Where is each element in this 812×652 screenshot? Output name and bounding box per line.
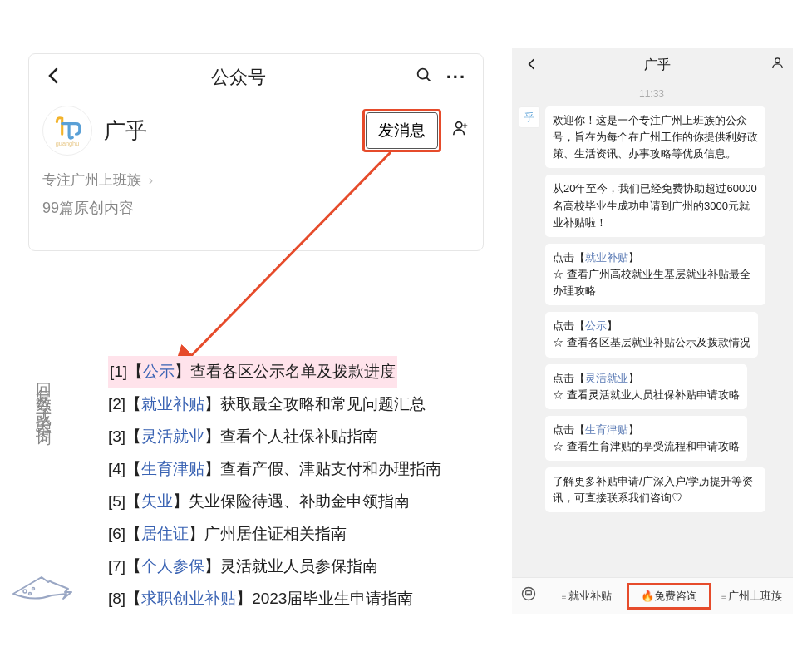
chat-message: 乎 欢迎你！这是一个专注广州上班族的公众号，旨在为每个在广州工作的你提供利好政策…	[519, 106, 785, 168]
chat-bubble: 点击【生育津贴】☆ 查看生育津贴的享受流程和申请攻略	[545, 416, 747, 461]
chat-bottom-menu: ≡就业补贴🔥免费咨询≡广州上班族	[512, 577, 793, 614]
chat-note: ☆ 查看广州高校就业生基层就业补贴最全办理攻略	[553, 268, 750, 297]
reply-item: [4]【生育津贴】查看产假、津贴支付和办理指南	[108, 460, 441, 477]
chat-header: 广乎	[512, 48, 793, 82]
chat-message: 点击【就业补贴】☆ 查看广州高校就业生基层就业补贴最全办理攻略	[519, 244, 785, 305]
reply-keyword: 个人参保	[141, 557, 204, 575]
reply-desc: 广州居住证相关指南	[204, 525, 347, 542]
chat-bubble: 点击【公示】☆ 查看各区基层就业补贴公示及拨款情况	[545, 312, 758, 357]
chat-message: 点击【公示】☆ 查看各区基层就业补贴公示及拨款情况	[519, 312, 785, 357]
reply-item: [3]【灵活就业】查看个人社保补贴指南	[108, 427, 378, 445]
back-icon[interactable]	[39, 63, 69, 91]
reply-desc: 查看个人社保补贴指南	[220, 427, 378, 445]
chat-text: 点击【	[553, 372, 585, 384]
official-account-title: 公众号	[69, 65, 408, 90]
svg-text:guanghu: guanghu	[56, 140, 80, 147]
fire-icon: 🔥	[641, 590, 654, 602]
reply-item: [5]【失业】失业保险待遇、补助金申领指南	[108, 492, 410, 510]
chat-message: 点击【灵活就业】☆ 查看灵活就业人员社保补贴申请攻略	[519, 364, 785, 409]
keyboard-toggle-icon[interactable]	[512, 585, 545, 606]
reply-index: [1]	[110, 363, 127, 380]
reply-item: [8]【求职创业补贴】2023届毕业生申请指南	[108, 590, 413, 607]
menu-label: 就业补贴	[568, 590, 612, 602]
menu-label: 免费咨询	[654, 590, 697, 602]
account-row: guanghu 广乎 发消息	[29, 101, 483, 164]
reply-index: [5]	[108, 492, 125, 510]
chat-note: ☆ 查看各区基层就业补贴公示及拨款情况	[553, 336, 750, 348]
reply-item: [7]【个人参保】灵活就业人员参保指南	[108, 557, 378, 575]
menu-dropdown-icon: ≡	[562, 592, 567, 601]
reply-index: [6]	[108, 525, 125, 542]
chat-bubble: 从20年至今，我们已经免费协助超过60000名高校毕业生成功申请到广州的3000…	[545, 175, 765, 236]
account-avatar[interactable]: guanghu	[42, 106, 92, 156]
svg-point-7	[29, 593, 32, 595]
menu-item[interactable]: ≡广州上班族	[711, 585, 793, 607]
cheese-arrow-icon	[8, 564, 75, 605]
chat-link[interactable]: 灵活就业	[585, 372, 628, 384]
reply-keyword: 失业	[141, 492, 173, 510]
chat-body: 11:33 乎 欢迎你！这是一个专注广州上班族的公众号，旨在为每个在广州工作的你…	[512, 82, 793, 577]
chat-text: 】	[628, 423, 639, 436]
chat-note: ☆ 查看灵活就业人员社保补贴申请攻略	[553, 388, 740, 401]
reply-vertical-label: 回复数字或关键词	[33, 370, 55, 423]
menu-item[interactable]: 🔥免费咨询	[627, 585, 710, 607]
search-icon[interactable]	[408, 66, 440, 89]
chat-text: 点击【	[553, 319, 585, 332]
chat-link[interactable]: 就业补贴	[585, 251, 628, 264]
svg-point-8	[775, 58, 780, 63]
chat-bubble: 点击【就业补贴】☆ 查看广州高校就业生基层就业补贴最全办理攻略	[545, 244, 765, 305]
reply-desc: 获取最全攻略和常见问题汇总	[220, 395, 426, 412]
account-name: 广乎	[104, 116, 366, 146]
menu-dropdown-icon: ≡	[721, 592, 726, 601]
chat-avatar[interactable]: 乎	[519, 106, 540, 128]
reply-keyword: 求职创业补贴	[141, 590, 236, 607]
account-articles-count: 99篇原创内容	[29, 190, 483, 218]
official-account-header: 公众号 ···	[29, 54, 483, 101]
reply-index: [7]	[108, 557, 125, 575]
back-icon[interactable]	[520, 56, 544, 75]
chat-note: ☆ 查看生育津贴的享受流程和申请攻略	[553, 440, 740, 452]
reply-desc: 查看各区公示名单及拨款进度	[190, 363, 396, 380]
reply-desc: 查看产假、津贴支付和办理指南	[220, 460, 441, 477]
reply-item: [6]【居住证】广州居住证相关指南	[108, 525, 347, 542]
more-icon[interactable]: ···	[440, 67, 473, 88]
reply-desc: 失业保险待遇、补助金申领指南	[189, 492, 410, 510]
reply-keyword: 生育津贴	[141, 460, 204, 477]
reply-keyword-list: [1]【公示】查看各区公示名单及拨款进度[2]【就业补贴】获取最全攻略和常见问题…	[108, 356, 441, 615]
account-tagline: 专注广州上班族	[42, 172, 141, 188]
add-contact-icon[interactable]	[451, 119, 470, 142]
chat-text: 点击【	[553, 423, 585, 436]
svg-line-1	[426, 77, 430, 81]
reply-index: [3]	[108, 427, 125, 445]
reply-keyword: 灵活就业	[141, 427, 204, 445]
svg-point-3	[456, 122, 462, 128]
reply-index: [2]	[108, 395, 125, 412]
svg-point-0	[417, 69, 427, 79]
reply-item: [2]【就业补贴】获取最全攻略和常见问题汇总	[108, 395, 426, 412]
svg-point-5	[23, 590, 27, 593]
official-account-card: 公众号 ··· guanghu 广乎 发消息 专注广州上班族 › 99篇原创内容	[28, 53, 484, 251]
reply-index: [4]	[108, 460, 125, 477]
menu-item[interactable]: ≡就业补贴	[545, 585, 627, 607]
account-tagline-row[interactable]: 专注广州上班族 ›	[29, 164, 483, 190]
reply-keyword: 就业补贴	[141, 395, 204, 412]
send-message-button[interactable]: 发消息	[366, 112, 438, 149]
chat-message: 从20年至今，我们已经免费协助超过60000名高校毕业生成功申请到广州的3000…	[519, 175, 785, 236]
reply-keyword: 公示	[143, 363, 175, 380]
chat-bubble: 了解更多补贴申请/广深入户/学历提升等资讯，可直接联系我们咨询♡	[545, 467, 765, 512]
svg-point-6	[32, 588, 35, 590]
chat-text: 】	[628, 372, 639, 384]
chat-link[interactable]: 生育津贴	[585, 423, 628, 436]
chat-link[interactable]: 公示	[585, 319, 607, 332]
chat-text: 点击【	[553, 251, 585, 264]
send-message-label: 发消息	[378, 121, 426, 139]
reply-item: [1]【公示】查看各区公示名单及拨款进度	[108, 356, 397, 388]
reply-desc: 2023届毕业生申请指南	[252, 590, 413, 607]
menu-label: 广州上班族	[728, 590, 782, 602]
chat-bubble: 欢迎你！这是一个专注广州上班族的公众号，旨在为每个在广州工作的你提供利好政策、生…	[545, 106, 765, 168]
chat-message: 点击【生育津贴】☆ 查看生育津贴的享受流程和申请攻略	[519, 416, 785, 461]
profile-icon[interactable]	[770, 56, 785, 74]
reply-desc: 灵活就业人员参保指南	[220, 557, 378, 575]
chat-window: 广乎 11:33 乎 欢迎你！这是一个专注广州上班族的公众号，旨在为每个在广州工…	[512, 48, 793, 614]
reply-index: [8]	[108, 590, 125, 607]
